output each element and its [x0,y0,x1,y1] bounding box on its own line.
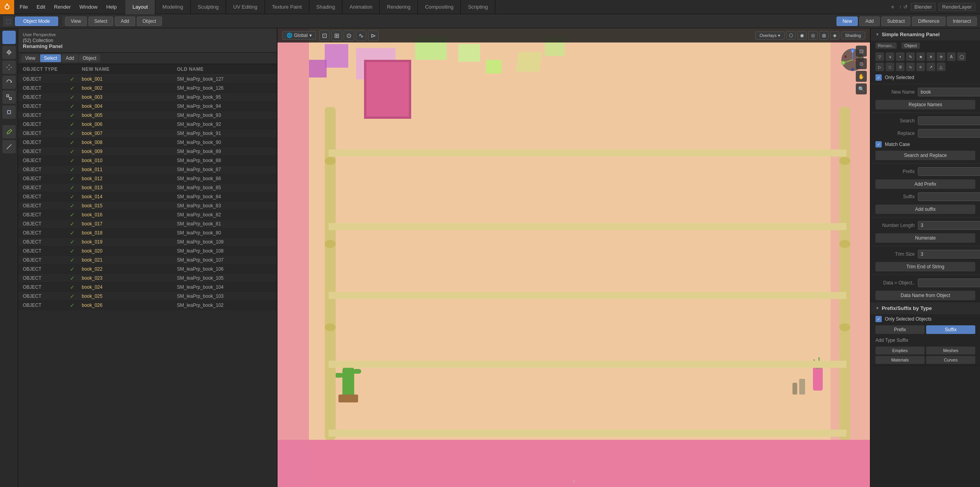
render-layer[interactable]: RenderLayer [939,3,975,11]
table-row[interactable]: OBJECT ✓ book_006 SM_leaPrp_book_92 [18,120,277,129]
match-case-checkbox[interactable]: ✓ [875,141,882,148]
new-btn[interactable]: New [837,17,858,26]
viewport-overlay-btn3[interactable]: ⊙ [344,30,354,41]
intersect-btn[interactable]: Intersect [947,17,977,26]
icon-edit-btn[interactable]: ✎ [906,52,915,61]
table-row[interactable]: OBJECT ✓ book_020 SM_leaPrp_book_108 [18,247,277,256]
mode-icon[interactable]: ⬚ [3,16,13,26]
hand-tool-btn[interactable]: ✋ [856,71,867,82]
viewport-shade2[interactable]: ◉ [797,31,807,40]
move-tool-btn[interactable] [2,61,16,74]
only-selected-checkbox[interactable]: ✓ [875,74,882,81]
icon-wave-btn[interactable]: ∿ [906,63,915,71]
add-btn[interactable]: Add [115,17,135,26]
icon-ring-btn[interactable]: ◯ [957,52,966,61]
menu-window[interactable]: Window [75,2,101,11]
object-mode-btn[interactable]: Object Mode [15,17,58,26]
icon-play-btn[interactable]: ▷ [875,63,884,71]
panel-object-btn[interactable]: Object [79,54,101,62]
only-selected-objects-checkbox[interactable]: ✓ [875,316,882,322]
select-btn[interactable]: Select [88,17,113,26]
table-row[interactable]: OBJECT ✓ book_022 SM_leaPrp_book_106 [18,265,277,274]
add-workspace-btn[interactable]: + [891,4,894,11]
tab-modeling[interactable]: Modeling [155,0,191,14]
cursor-tool-btn[interactable] [2,46,16,59]
trim-end-of-string-btn[interactable]: Trim End of String [875,262,975,271]
tab-compositing[interactable]: Compositing [418,0,461,14]
viewport-plus-btn[interactable]: + [827,258,833,268]
tab-texture-paint[interactable]: Texture Paint [265,0,309,14]
icon-sq-btn[interactable]: □ [886,63,894,71]
overlays-btn[interactable]: Overlays ▾ [755,31,784,40]
simple-renaming-panel-header[interactable]: ▼ Simple Renaming Panel [871,28,980,41]
table-row[interactable]: OBJECT ✓ book_023 SM_leaPrp_book_105 [18,274,277,283]
table-row[interactable]: OBJECT ✓ book_004 SM_leaPrp_book_94 [18,102,277,111]
icon-bars-btn[interactable]: ≡ [916,63,925,71]
viewport-shade5[interactable]: ◈ [830,31,839,40]
subtract-btn[interactable]: Subtract [881,17,911,26]
add-suffix-btn[interactable]: Add suffix [875,205,975,214]
panel-view-btn[interactable]: View [21,54,39,62]
suffix-input[interactable] [918,192,980,201]
table-row[interactable]: OBJECT ✓ book_016 SM_leaPrp_book_82 [18,210,277,220]
table-row[interactable]: OBJECT ✓ book_013 SM_leaPrp_book_85 [18,183,277,192]
viewport-shade3[interactable]: ◎ [808,31,818,40]
table-row[interactable]: OBJECT ✓ book_025 SM_leaPrp_book_103 [18,292,277,301]
panel-add-btn[interactable]: Add [62,54,78,62]
table-row[interactable]: OBJECT ✓ book_001 SM_leaPrp_book_127 [18,75,277,84]
type-empties[interactable]: Empties [875,347,925,354]
new-name-input[interactable] [918,88,980,96]
table-row[interactable]: OBJECT ✓ book_002 SM_leaPrp_book_126 [18,84,277,93]
table-row[interactable]: OBJECT ✓ book_011 SM_leaPrp_book_87 [18,165,277,174]
tab-rendering[interactable]: Rendering [380,0,418,14]
table-row[interactable]: OBJECT ✓ book_017 SM_leaPrp_book_81 [18,220,277,229]
icon-v-btn[interactable]: ∨ [886,52,894,61]
replace-names-btn[interactable]: Replace Names [875,100,975,109]
viewport-shade4[interactable]: ◍ [819,31,829,40]
view-btn[interactable]: View [65,17,87,26]
transform-tool-btn[interactable] [2,105,16,119]
viewport-overlay-btn1[interactable]: ⊡ [319,30,330,41]
panel-select-btn[interactable]: Select [40,54,61,62]
table-row[interactable]: OBJECT ✓ book_012 SM_leaPrp_book_86 [18,174,277,183]
add-prefix-btn[interactable]: Add Prefix [875,179,975,189]
table-row[interactable]: OBJECT ✓ book_019 SM_leaPrp_book_109 [18,238,277,247]
difference-btn[interactable]: Difference [912,17,945,26]
ps-suffix-btn[interactable]: Suffix [926,325,975,334]
numerate-btn[interactable]: Numerate [875,233,975,243]
shading-btn[interactable]: Shading [841,31,865,39]
table-row[interactable]: OBJECT ✓ book_007 SM_leaPrp_book_91 [18,129,277,138]
rotate-tool-btn[interactable] [2,76,16,89]
add-op-btn[interactable]: Add [859,17,879,26]
number-length-input[interactable] [918,221,980,230]
prefix-input[interactable] [918,167,980,176]
table-row[interactable]: OBJECT ✓ book_015 SM_leaPrp_book_83 [18,201,277,210]
table-row[interactable]: OBJECT ✓ book_003 SM_leaPrp_book_95 [18,93,277,102]
scale-tool-btn[interactable] [2,90,16,104]
object-dropdown[interactable]: Object [901,42,920,49]
icon-x-btn[interactable]: ✕ [927,52,935,61]
object-btn[interactable]: Object [137,17,162,26]
icon-arrow-btn[interactable]: ↗ [927,63,935,71]
search-and-replace-btn[interactable]: Search and Replace [875,151,975,160]
prefix-suffix-section-header[interactable]: ▼ Prefix/Suffix by Type [871,302,980,314]
table-row[interactable]: OBJECT ✓ book_021 SM_leaPrp_book_107 [18,256,277,265]
light-tool-btn[interactable]: ⊙ [856,58,867,69]
menu-render[interactable]: Render [50,2,75,11]
tab-scripting[interactable]: Scripting [461,0,495,14]
menu-file[interactable]: File [16,2,32,11]
icon-cross-btn[interactable]: ✛ [937,52,945,61]
table-row[interactable]: OBJECT ✓ book_008 SM_leaPrp_book_90 [18,138,277,147]
data-input[interactable] [918,279,980,287]
search-input[interactable] [918,116,980,125]
table-row[interactable]: OBJECT ✓ book_010 SM_leaPrp_book_88 [18,156,277,165]
viewport-canvas[interactable]: 🌐 Global ▾ ⊡ ⊞ ⊙ ∿ ⊳ Overlays ▾ ⬡ [278,28,870,487]
menu-help[interactable]: Help [102,2,121,11]
icon-star-btn[interactable]: ★ [916,52,925,61]
table-row[interactable]: OBJECT ✓ book_026 SM_leaPrp_book_102 [18,301,277,310]
tab-shading[interactable]: Shading [309,0,343,14]
icon-select-btn[interactable]: ▽ [875,52,884,61]
table-row[interactable]: OBJECT ✓ book_005 SM_leaPrp_book_93 [18,111,277,120]
type-meshes[interactable]: Meshes [926,347,975,354]
viewport-overlay-btn4[interactable]: ∿ [356,30,366,41]
